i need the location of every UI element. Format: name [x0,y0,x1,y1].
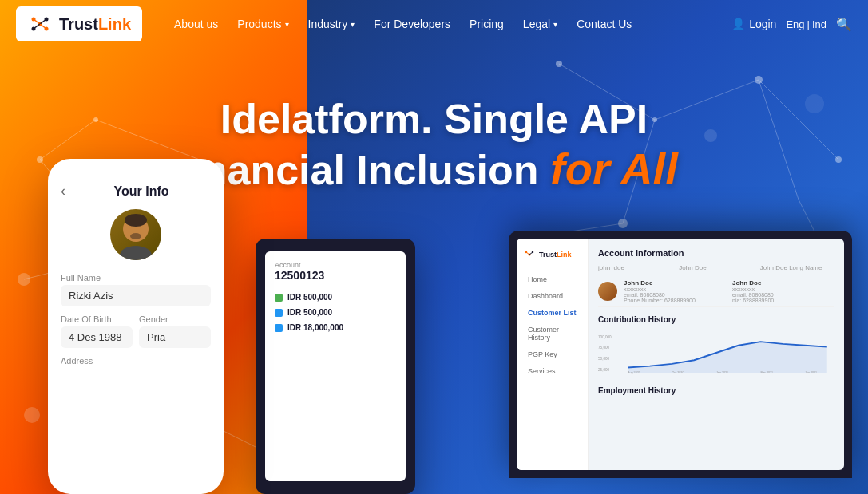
fullname-value: Rizki Azis [61,285,211,306]
laptop-logo-icon [523,248,536,261]
svg-text:25,000: 25,000 [598,368,610,372]
phone-mockup: ‹ Your Info Full Name Rizki Azis Date Of… [48,159,224,494]
navigation-bar: TrustLink About us Products ▾ Industry ▾… [0,0,868,48]
trustlink-logo-icon [27,11,53,37]
tablet-account-label: Account [275,261,396,269]
tablet-mockup: Account 12500123 IDR 500,000 IDR 500,000… [256,239,415,494]
transaction-amount-3: IDR 18,000,000 [287,323,343,332]
laptop-nav-customer-history[interactable]: Customer History [523,322,581,345]
laptop-table-row: John Doe xxxxxxxx email: 80808080 Phone … [598,276,834,307]
transaction-dot-blue-2 [275,324,283,332]
phone-title: Your Info [72,184,211,199]
user-avatar [110,209,161,260]
user-icon: 👤 [731,18,745,30]
laptop-table-header: john_doe John Doe John Doe Long Name [598,264,834,271]
svg-text:100,000: 100,000 [598,335,612,339]
address-label: Address [61,356,211,366]
laptop-screen: TrustLink Home Dashboard Customer List C… [517,239,844,470]
transaction-dot-blue-1 [275,309,283,317]
logo[interactable]: TrustLink [16,6,142,41]
svg-text:Oct 2020: Oct 2020 [672,371,684,374]
svg-line-33 [34,19,40,24]
laptop-chart-area: Contribution History 100,000 75,000 50,0… [598,315,834,380]
nav-actions: 👤 Login Eng | Ind 🔍 [731,17,852,32]
hero-title-line1: Idelatform. Single API [220,96,648,142]
dob-label: Date Of Birth [61,314,133,324]
hero-section: TrustLink About us Products ▾ Industry ▾… [0,0,868,494]
tablet-account-number: 12500123 [275,269,396,282]
fullname-label: Full Name [61,273,211,283]
hero-title-highlight: for All [550,144,678,194]
svg-text:Aug 2020: Aug 2020 [628,371,640,374]
tablet-transaction-2: IDR 500,000 [275,308,396,317]
laptop-logo-text: TrustLink [539,251,572,259]
dob-field: Date Of Birth 4 Des 1988 [61,314,133,348]
nav-item-industry[interactable]: Industry ▾ [308,18,355,30]
legal-chevron-icon: ▾ [553,20,557,29]
gender-label: Gender [139,314,211,324]
laptop-sidebar: TrustLink Home Dashboard Customer List C… [517,239,589,470]
nav-item-products[interactable]: Products ▾ [237,18,288,30]
transaction-dot-green [275,294,283,302]
svg-text:75,000: 75,000 [598,346,610,350]
svg-line-45 [529,252,533,255]
laptop-section-title: Account Information [598,248,834,258]
svg-marker-50 [628,342,827,373]
table-header-1: john_doe [598,264,672,271]
svg-point-39 [120,246,152,260]
table-header-3: John Doe Long Name [760,264,834,271]
phone-back-icon: ‹ [61,183,65,200]
transaction-amount-1: IDR 500,000 [287,293,332,302]
fullname-field: Full Name Rizki Azis [61,273,211,306]
tablet-transaction-1: IDR 500,000 [275,293,396,302]
laptop-nav-pgp-key[interactable]: PGP Key [523,347,581,362]
laptop-nav-customer-list[interactable]: Customer List [523,306,581,320]
laptop-nav-dashboard[interactable]: Dashboard [523,289,581,303]
logo-text: TrustLink [59,15,131,34]
table-header-2: John Doe [679,264,753,271]
dob-value: 4 Des 1988 [61,326,133,348]
login-button[interactable]: 👤 Login [731,18,776,30]
svg-line-36 [40,24,46,29]
nav-item-legal[interactable]: Legal ▾ [523,18,557,30]
svg-line-34 [40,19,46,24]
industry-chevron-icon: ▾ [351,20,355,29]
svg-text:50,000: 50,000 [598,357,610,361]
transaction-amount-2: IDR 500,000 [287,308,332,317]
svg-text:Jan 2021: Jan 2021 [716,371,728,374]
svg-point-38 [125,214,147,227]
svg-text:Mar 2021: Mar 2021 [761,371,774,374]
address-field: Address [61,356,211,366]
language-switcher[interactable]: Eng | Ind [786,18,826,30]
nav-links: About us Products ▾ Industry ▾ For Devel… [174,18,731,30]
svg-line-44 [526,252,529,255]
nav-item-pricing[interactable]: Pricing [470,18,504,30]
svg-text:Jun 2021: Jun 2021 [805,371,817,374]
nav-item-contact[interactable]: Contact Us [577,18,632,30]
gender-field: Gender Pria [139,314,211,348]
nav-item-developers[interactable]: For Developers [374,18,450,30]
svg-line-35 [34,24,40,29]
hero-title-line2: mancial Inclusion [190,147,538,193]
laptop-chart-title: Contribution History [598,315,834,324]
laptop-content: Account Information john_doe John Doe Jo… [589,239,844,470]
products-chevron-icon: ▾ [285,20,289,29]
laptop-employment-title: Employment History [598,386,834,395]
laptop-mockup: TrustLink Home Dashboard Customer List C… [509,231,852,478]
nav-item-about[interactable]: About us [174,18,218,30]
laptop-logo: TrustLink [523,248,581,261]
laptop-nav-services[interactable]: Services [523,364,581,378]
search-icon[interactable]: 🔍 [836,17,852,32]
svg-point-40 [130,233,141,239]
laptop-avatar [598,282,617,301]
gender-value: Pria [139,326,211,348]
laptop-nav-home[interactable]: Home [523,272,581,287]
contribution-chart: 100,000 75,000 50,000 25,000 Aug 2020 Oc… [598,329,834,377]
tablet-transaction-3: IDR 18,000,000 [275,323,396,332]
